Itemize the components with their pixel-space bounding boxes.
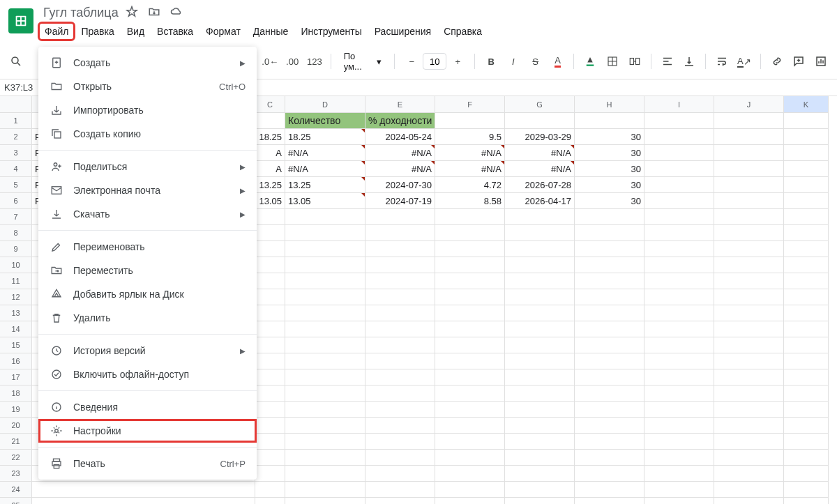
cell[interactable] xyxy=(435,498,505,504)
cell[interactable] xyxy=(714,225,784,241)
star-icon[interactable] xyxy=(126,6,138,20)
cell[interactable] xyxy=(644,498,714,504)
cell[interactable] xyxy=(365,337,435,353)
cell[interactable] xyxy=(505,450,575,466)
cell[interactable]: #N/A xyxy=(285,161,365,177)
cell[interactable]: 9.5 xyxy=(435,129,505,145)
cell[interactable] xyxy=(784,337,829,353)
cell[interactable] xyxy=(784,289,829,305)
cell[interactable]: 4.72 xyxy=(435,177,505,193)
column-header[interactable]: D xyxy=(285,96,365,113)
cell[interactable] xyxy=(575,241,644,257)
cell[interactable]: 2029-03-29 xyxy=(505,129,575,145)
cell[interactable] xyxy=(505,385,575,402)
cell[interactable] xyxy=(784,257,829,273)
cell[interactable] xyxy=(435,369,505,385)
cell[interactable] xyxy=(435,466,505,482)
cell[interactable]: #N/A xyxy=(505,161,575,177)
cell[interactable] xyxy=(784,418,829,434)
insert-link-icon[interactable] xyxy=(768,52,786,71)
cell[interactable]: 30 xyxy=(575,193,644,209)
cell[interactable] xyxy=(644,434,714,450)
document-title[interactable]: Гугл таблица xyxy=(43,6,119,20)
cell[interactable] xyxy=(255,482,285,498)
row-header[interactable]: 10 xyxy=(0,257,32,273)
cell[interactable] xyxy=(435,434,505,450)
cell[interactable] xyxy=(285,273,365,289)
cell[interactable] xyxy=(255,289,285,305)
row-header[interactable]: 23 xyxy=(0,466,32,482)
column-header[interactable]: J xyxy=(714,96,784,113)
cell[interactable] xyxy=(435,385,505,402)
cell[interactable] xyxy=(505,225,575,241)
cell[interactable] xyxy=(644,145,714,161)
cell[interactable] xyxy=(365,434,435,450)
column-header[interactable]: F xyxy=(435,96,505,113)
cell[interactable] xyxy=(784,385,829,402)
format-number-button[interactable]: 123 xyxy=(306,52,324,71)
menu-tools[interactable]: Инструменты xyxy=(295,23,367,40)
cell[interactable] xyxy=(575,498,644,504)
cell[interactable] xyxy=(784,402,829,418)
menu-view[interactable]: Вид xyxy=(121,23,150,40)
cell[interactable] xyxy=(435,305,505,321)
cell[interactable] xyxy=(255,434,285,450)
cell[interactable] xyxy=(714,498,784,504)
cell[interactable] xyxy=(365,225,435,241)
cell[interactable] xyxy=(644,337,714,353)
cell[interactable] xyxy=(505,113,575,129)
cell[interactable] xyxy=(784,482,829,498)
cell[interactable] xyxy=(505,402,575,418)
row-header[interactable]: 5 xyxy=(0,177,32,193)
cell[interactable] xyxy=(714,402,784,418)
cell[interactable]: 2024-07-19 xyxy=(365,193,435,209)
row-header[interactable]: 12 xyxy=(0,289,32,305)
cell[interactable]: 18.25 xyxy=(285,129,365,145)
cell[interactable] xyxy=(255,113,285,129)
sheets-logo[interactable] xyxy=(8,8,33,33)
row-header[interactable]: 18 xyxy=(0,385,32,402)
cell[interactable] xyxy=(644,161,714,177)
row-header[interactable]: 9 xyxy=(0,241,32,257)
cell[interactable] xyxy=(285,418,365,434)
cell[interactable] xyxy=(285,434,365,450)
cell[interactable] xyxy=(714,113,784,129)
cell[interactable] xyxy=(644,273,714,289)
cell[interactable] xyxy=(255,353,285,369)
column-header[interactable]: C xyxy=(255,96,285,113)
cell[interactable] xyxy=(255,369,285,385)
cell[interactable] xyxy=(784,498,829,504)
cell[interactable] xyxy=(714,418,784,434)
cell[interactable] xyxy=(784,434,829,450)
cell[interactable] xyxy=(255,418,285,434)
cell[interactable] xyxy=(255,498,285,504)
font-size-increase[interactable]: + xyxy=(448,52,467,71)
cell[interactable] xyxy=(644,418,714,434)
menu-import[interactable]: Импортировать xyxy=(38,98,257,122)
cell[interactable]: Количество xyxy=(285,113,365,129)
font-size-input[interactable] xyxy=(423,53,446,70)
cell[interactable] xyxy=(255,466,285,482)
cell[interactable] xyxy=(644,193,714,209)
cell[interactable] xyxy=(435,225,505,241)
cell[interactable]: #N/A xyxy=(365,161,435,177)
cell[interactable] xyxy=(714,289,784,305)
cell[interactable]: #N/A xyxy=(435,145,505,161)
cell[interactable] xyxy=(784,225,829,241)
row-header[interactable]: 22 xyxy=(0,450,32,466)
cell[interactable] xyxy=(505,337,575,353)
move-to-folder-icon[interactable] xyxy=(148,6,160,20)
cell[interactable] xyxy=(714,161,784,177)
row-header[interactable]: 21 xyxy=(0,434,32,450)
cell[interactable] xyxy=(784,466,829,482)
cell[interactable]: 2024-05-24 xyxy=(365,129,435,145)
menu-help[interactable]: Справка xyxy=(438,23,488,40)
menu-insert[interactable]: Вставка xyxy=(151,23,199,40)
cell[interactable]: #N/A xyxy=(285,145,365,161)
cell[interactable]: % доходности xyxy=(365,113,435,129)
cell[interactable]: #N/A xyxy=(505,145,575,161)
cell[interactable] xyxy=(285,385,365,402)
cell[interactable] xyxy=(575,257,644,273)
cell[interactable] xyxy=(714,450,784,466)
menu-details[interactable]: Сведения xyxy=(38,395,257,419)
